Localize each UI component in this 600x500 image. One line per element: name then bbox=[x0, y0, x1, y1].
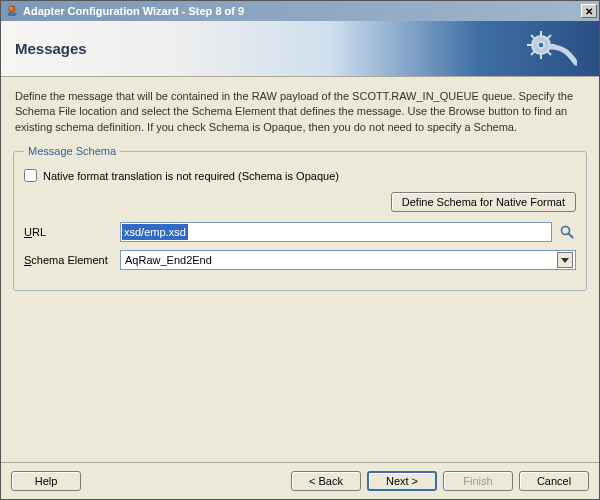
svg-point-1 bbox=[10, 7, 12, 8]
footer: Help < Back Next > Finish Cancel bbox=[1, 462, 599, 499]
url-input[interactable]: xsd/emp.xsd bbox=[120, 222, 552, 242]
app-icon bbox=[5, 4, 19, 18]
svg-line-10 bbox=[548, 52, 552, 56]
help-button[interactable]: Help bbox=[11, 471, 81, 491]
svg-point-0 bbox=[9, 6, 15, 12]
svg-marker-15 bbox=[561, 258, 569, 263]
gear-icon bbox=[521, 27, 577, 73]
svg-point-4 bbox=[538, 42, 544, 48]
svg-line-14 bbox=[568, 234, 572, 238]
wizard-window: Adapter Configuration Wizard - Step 8 of… bbox=[0, 0, 600, 500]
back-button[interactable]: < Back bbox=[291, 471, 361, 491]
opaque-checkbox-label: Native format translation is not require… bbox=[43, 170, 339, 182]
banner: Messages bbox=[1, 21, 599, 77]
schema-element-label: Schema Element bbox=[24, 254, 114, 266]
finish-button: Finish bbox=[443, 471, 513, 491]
opaque-checkbox[interactable] bbox=[24, 169, 37, 182]
svg-line-11 bbox=[531, 52, 535, 56]
close-button[interactable]: ✕ bbox=[581, 4, 597, 18]
group-legend: Message Schema bbox=[24, 145, 120, 157]
svg-rect-2 bbox=[8, 13, 16, 16]
next-button[interactable]: Next > bbox=[367, 471, 437, 491]
message-schema-group: Message Schema Native format translation… bbox=[13, 145, 587, 291]
schema-element-value: AqRaw_End2End bbox=[125, 254, 212, 266]
window-title: Adapter Configuration Wizard - Step 8 of… bbox=[23, 5, 581, 17]
description-text: Define the message that will be containe… bbox=[15, 89, 585, 135]
schema-element-row: Schema Element AqRaw_End2End bbox=[24, 250, 576, 270]
svg-line-12 bbox=[548, 35, 552, 39]
browse-button[interactable] bbox=[558, 224, 576, 240]
url-row: URL xsd/emp.xsd bbox=[24, 222, 576, 242]
svg-line-9 bbox=[531, 35, 535, 39]
page-heading: Messages bbox=[15, 40, 87, 57]
cancel-button[interactable]: Cancel bbox=[519, 471, 589, 491]
content-area: Define the message that will be containe… bbox=[1, 77, 599, 462]
opaque-row: Native format translation is not require… bbox=[24, 169, 576, 182]
url-label: URL bbox=[24, 226, 114, 238]
schema-element-dropdown[interactable]: AqRaw_End2End bbox=[120, 250, 576, 270]
chevron-down-icon bbox=[557, 252, 573, 268]
define-native-format-button[interactable]: Define Schema for Native Format bbox=[391, 192, 576, 212]
title-bar: Adapter Configuration Wizard - Step 8 of… bbox=[1, 1, 599, 21]
